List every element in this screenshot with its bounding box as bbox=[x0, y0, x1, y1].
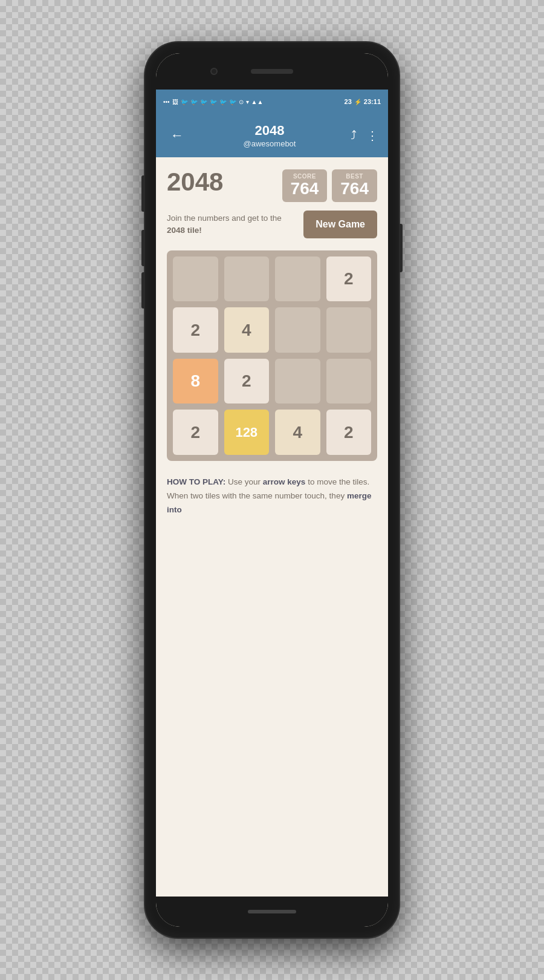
twitter-icon-1: 🐦 bbox=[181, 99, 188, 105]
battery-icon: ⚡ bbox=[354, 99, 361, 105]
best-score-box: BEST 764 bbox=[332, 169, 377, 202]
tagline-text: Join the numbers and get to the bbox=[167, 214, 282, 223]
cell-2-2 bbox=[275, 359, 320, 404]
new-game-button[interactable]: New Game bbox=[303, 211, 377, 238]
twitter-icon-6: 🐦 bbox=[229, 99, 236, 105]
cell-1-3 bbox=[326, 307, 372, 353]
signal-icon: ▲▲ bbox=[251, 99, 264, 105]
phone-device: ••• 🖼 🐦 🐦 🐦 🐦 🐦 🐦 ⊙ ▾ ▲▲ 23 ⚡ 23:11 ← bbox=[145, 42, 399, 938]
cell-0-3: 2 bbox=[326, 256, 372, 302]
twitter-icon-4: 🐦 bbox=[210, 99, 217, 105]
status-bar-left: ••• 🖼 🐦 🐦 🐦 🐦 🐦 🐦 ⊙ ▾ ▲▲ bbox=[163, 99, 345, 105]
twitter-icon-5: 🐦 bbox=[219, 99, 227, 105]
cell-2-3 bbox=[326, 359, 372, 404]
cell-3-3: 2 bbox=[326, 410, 372, 455]
how-to-play-heading: HOW TO PLAY: bbox=[167, 477, 225, 486]
cell-2-1: 2 bbox=[224, 359, 270, 404]
score-boxes: SCORE 764 BEST 764 bbox=[282, 169, 377, 202]
how-to-play-text1: Use your bbox=[228, 477, 263, 486]
arrow-keys-bold: arrow keys bbox=[263, 477, 306, 486]
cell-1-2 bbox=[275, 307, 320, 353]
cell-0-2 bbox=[275, 256, 320, 302]
game-intro-row: Join the numbers and get to the 2048 til… bbox=[167, 211, 377, 238]
cell-1-1: 4 bbox=[224, 307, 270, 353]
app-bar: ← 2048 @awesomebot ⤴ ⋮ bbox=[156, 114, 388, 157]
cell-2-0: 8 bbox=[173, 359, 218, 404]
phone-speaker bbox=[251, 69, 293, 74]
home-indicator bbox=[248, 910, 296, 913]
share-button[interactable]: ⤴ bbox=[351, 128, 357, 143]
back-button[interactable]: ← bbox=[166, 123, 189, 148]
status-bar: ••• 🖼 🐦 🐦 🐦 🐦 🐦 🐦 ⊙ ▾ ▲▲ 23 ⚡ 23:11 bbox=[156, 90, 388, 114]
score-box: SCORE 764 bbox=[282, 169, 328, 202]
twitter-icon-3: 🐦 bbox=[200, 99, 207, 105]
cell-3-2: 4 bbox=[275, 410, 320, 455]
cell-3-0: 2 bbox=[173, 410, 218, 455]
app-title: 2048 bbox=[189, 123, 351, 139]
target-icon: ⊙ bbox=[239, 99, 244, 105]
app-subtitle: @awesomebot bbox=[189, 139, 351, 148]
image-icon: 🖼 bbox=[172, 99, 178, 105]
cell-1-0: 2 bbox=[173, 307, 218, 353]
app-bar-title-area: 2048 @awesomebot bbox=[189, 123, 351, 148]
game-grid-container: 2 2 4 8 2 2 128 4 2 bbox=[167, 250, 377, 461]
cell-0-0 bbox=[173, 256, 218, 302]
cell-3-1: 128 bbox=[224, 410, 270, 455]
clock: 23:11 bbox=[364, 98, 381, 105]
app-bar-actions: ⤴ ⋮ bbox=[351, 128, 378, 143]
score-value: 764 bbox=[291, 180, 319, 198]
best-value: 764 bbox=[340, 180, 369, 198]
status-bar-right: 23 ⚡ 23:11 bbox=[345, 98, 381, 105]
content-area: 2048 SCORE 764 BEST 764 Join the numbers… bbox=[156, 157, 388, 897]
twitter-icon-2: 🐦 bbox=[190, 99, 198, 105]
game-grid: 2 2 4 8 2 2 128 4 2 bbox=[173, 256, 371, 455]
battery-level: 23 bbox=[345, 98, 352, 105]
score-header: 2048 SCORE 764 BEST 764 bbox=[167, 169, 377, 202]
phone-top-bar bbox=[156, 53, 388, 90]
how-to-play: HOW TO PLAY: Use your arrow keys to move… bbox=[167, 475, 377, 517]
tagline-bold: 2048 tile! bbox=[167, 226, 202, 235]
phone-camera bbox=[210, 68, 218, 75]
cell-0-1 bbox=[224, 256, 270, 302]
game-tagline: Join the numbers and get to the 2048 til… bbox=[167, 212, 296, 237]
notification-dots-icon: ••• bbox=[163, 99, 170, 105]
phone-bottom-bar bbox=[156, 897, 388, 927]
wifi-icon: ▾ bbox=[246, 99, 249, 105]
phone-screen: ••• 🖼 🐦 🐦 🐦 🐦 🐦 🐦 ⊙ ▾ ▲▲ 23 ⚡ 23:11 ← bbox=[156, 53, 388, 927]
more-button[interactable]: ⋮ bbox=[366, 128, 378, 143]
game-title: 2048 bbox=[167, 169, 223, 195]
